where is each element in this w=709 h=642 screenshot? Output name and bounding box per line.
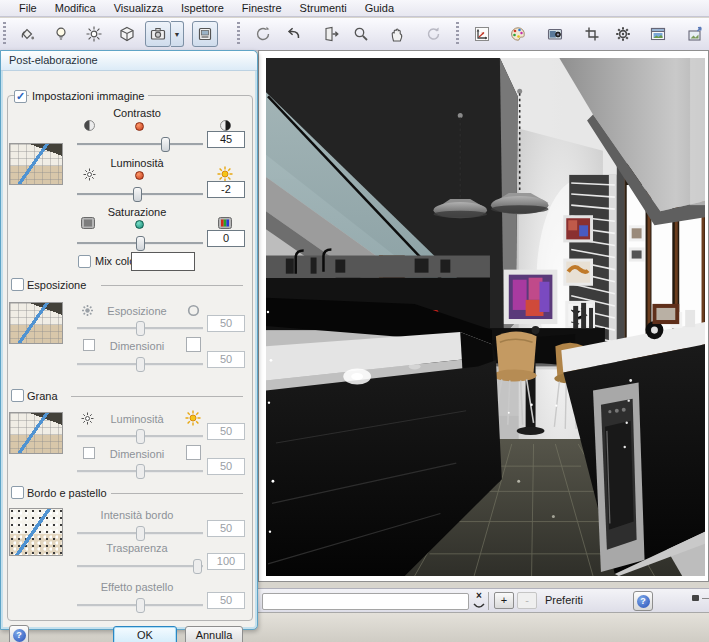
menu-bar: File Modifica Visualizza Ispettore Fines… <box>0 0 709 17</box>
camera-dropdown-button[interactable]: ▼ <box>171 21 184 47</box>
pastel-header-label: Bordo e pastello <box>27 487 107 499</box>
cube-icon <box>118 25 136 43</box>
crop-button[interactable] <box>579 21 605 47</box>
axes-button[interactable] <box>469 21 495 47</box>
brightness-led <box>135 171 144 180</box>
undo-arrow-icon <box>285 25 303 43</box>
menu-visualizza[interactable]: Visualizza <box>105 1 172 15</box>
add-favorite-button[interactable]: + <box>494 592 514 609</box>
cancel-button[interactable]: Annulla <box>185 626 243 642</box>
hand-pan-icon <box>388 25 406 43</box>
panel-help-button[interactable]: ? <box>9 625 29 642</box>
dimension-large-icon <box>186 337 201 352</box>
contrast-value[interactable]: 45 <box>207 131 245 148</box>
color-palette-icon <box>509 25 527 43</box>
zoom-button[interactable] <box>348 21 374 47</box>
favorites-label: Preferiti <box>545 594 583 606</box>
slider-thumb <box>136 357 145 372</box>
grain-brightness-low-icon <box>81 412 94 425</box>
slider-thumb <box>136 526 145 541</box>
footer-separator <box>488 592 489 610</box>
divider <box>71 396 243 397</box>
exposure-checkbox[interactable] <box>11 278 24 291</box>
slider-thumb <box>136 464 145 479</box>
mix-color-checkbox[interactable] <box>78 255 91 268</box>
divider <box>111 493 243 494</box>
divider <box>101 285 243 286</box>
contrast-low-icon <box>83 119 96 132</box>
transparency-slider <box>77 559 203 573</box>
mix-color-swatch[interactable] <box>131 252 195 271</box>
ok-button[interactable]: OK <box>113 626 177 642</box>
collapse-control[interactable]: × <box>472 591 486 611</box>
pastel-effect-label: Effetto pastello <box>67 581 207 593</box>
slider-thumb[interactable] <box>133 187 142 202</box>
menu-file[interactable]: File <box>10 1 46 15</box>
slider-thumb <box>136 598 145 613</box>
render-viewport-frame <box>258 50 709 582</box>
saturation-led <box>135 220 144 229</box>
orbit-button[interactable] <box>250 21 276 47</box>
crop-icon <box>583 25 601 43</box>
sun-button[interactable] <box>81 21 107 47</box>
edge-intensity-value: 50 <box>207 520 245 537</box>
toolbar-grip[interactable] <box>237 22 240 46</box>
pastel-effect-value: 50 <box>207 592 245 609</box>
grain-checkbox[interactable] <box>11 389 24 402</box>
render-window-button[interactable] <box>645 21 671 47</box>
exposure-high-icon <box>187 304 200 317</box>
transparency-value: 100 <box>207 553 245 570</box>
saturation-value[interactable]: 0 <box>207 230 245 247</box>
slider-thumb[interactable] <box>161 137 170 152</box>
pastel-checkbox[interactable] <box>11 486 24 499</box>
render-viewport[interactable] <box>266 58 705 576</box>
footer-help-button[interactable]: ? <box>633 591 653 611</box>
palette-button[interactable] <box>505 21 531 47</box>
image-window-icon <box>649 25 667 43</box>
exposure-thumbnail <box>9 302 63 344</box>
contrast-label: Contrasto <box>67 107 207 119</box>
light-bulb-button[interactable] <box>48 21 74 47</box>
light-bulb-icon <box>52 25 70 43</box>
camera-view-button[interactable] <box>145 21 171 47</box>
slider-thumb[interactable] <box>136 236 145 251</box>
menu-finestre[interactable]: Finestre <box>233 1 291 15</box>
zoom-mini-slider[interactable] <box>702 598 709 599</box>
objects-cube-button[interactable] <box>114 21 140 47</box>
grain-dim-slider <box>77 464 203 478</box>
saturation-gray-icon <box>81 217 95 229</box>
menu-ispettore[interactable]: Ispettore <box>172 1 233 15</box>
render-photo-button[interactable] <box>542 21 568 47</box>
gear-icon <box>614 25 632 43</box>
menu-modifica[interactable]: Modifica <box>46 1 105 15</box>
dimension-small-icon <box>83 447 95 459</box>
brightness-value[interactable]: -2 <box>207 181 245 198</box>
paint-bucket-button[interactable] <box>14 21 40 47</box>
edge-intensity-slider <box>77 526 203 540</box>
grain-brightness-value: 50 <box>207 423 245 440</box>
add-image-button[interactable] <box>682 21 708 47</box>
go-to-view-button[interactable] <box>318 21 344 47</box>
undo-button[interactable] <box>281 21 307 47</box>
pan-button[interactable] <box>384 21 410 47</box>
slider-thumb <box>193 559 202 574</box>
exposure-dim-value: 50 <box>207 351 245 368</box>
toolbar-grip[interactable] <box>456 22 459 46</box>
settings-button[interactable] <box>610 21 636 47</box>
edge-intensity-label: Intensità bordo <box>67 509 207 521</box>
refresh-button[interactable] <box>420 21 446 47</box>
menu-strumenti[interactable]: Strumenti <box>291 1 356 15</box>
panel-title: Post-elaborazione <box>1 51 257 71</box>
exposure-dim-slider <box>77 357 203 371</box>
exposure-slider <box>77 321 203 335</box>
close-icon: × <box>472 591 486 600</box>
post-process-button[interactable] <box>192 21 218 47</box>
magnifier-icon <box>352 25 370 43</box>
menu-guida[interactable]: Guida <box>356 1 403 15</box>
sun-heliodon-icon <box>85 25 103 43</box>
image-settings-checkbox[interactable]: ✓ <box>14 90 27 103</box>
horizontal-scrollbar[interactable] <box>262 593 469 610</box>
toolbar-grip[interactable] <box>3 22 6 46</box>
exposure-low-icon <box>81 304 94 317</box>
dimension-large-icon <box>186 445 201 460</box>
